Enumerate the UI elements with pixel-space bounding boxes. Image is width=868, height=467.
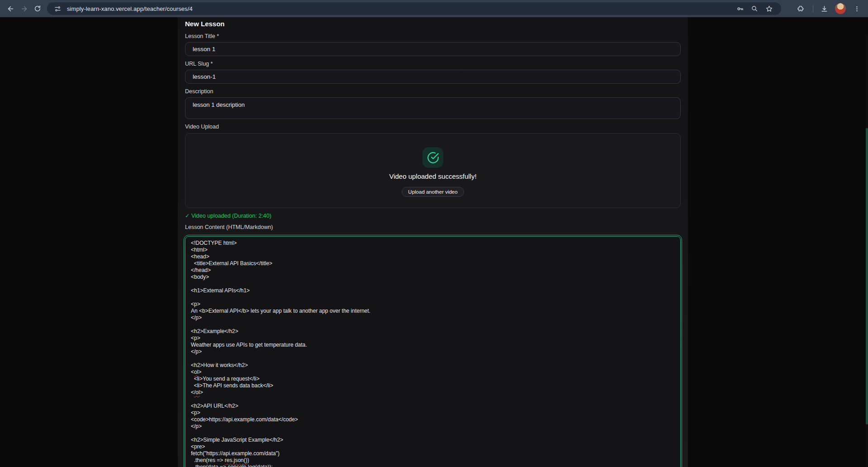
page-scrollbar-track[interactable] <box>866 34 868 467</box>
forward-button[interactable] <box>17 2 31 15</box>
description-textarea[interactable]: lesson 1 description <box>185 97 681 119</box>
code-line <box>191 430 675 437</box>
video-upload-label: Video Upload <box>185 123 681 130</box>
code-line: <li>The API sends data back</li> <box>191 382 675 389</box>
upload-success-message: Video uploaded successfully! <box>389 172 476 181</box>
code-line: <h2>Example</h2> <box>191 328 675 335</box>
code-line: </p> <box>191 315 675 321</box>
password-key-icon[interactable] <box>734 3 746 14</box>
extensions-icon[interactable] <box>794 2 807 15</box>
code-line <box>191 355 675 362</box>
new-lesson-form-panel: New Lesson Lesson Title * URL Slug * Des… <box>178 17 688 467</box>
upload-success-tile <box>422 147 443 168</box>
page-scrollbar-thumb[interactable] <box>866 128 868 424</box>
profile-avatar[interactable] <box>835 3 846 14</box>
code-line: </head> <box>191 267 675 274</box>
lesson-title-input[interactable] <box>185 42 681 56</box>
code-line: .then(data => console.log(data)); <box>191 464 675 467</box>
url-slug-label: URL Slug * <box>185 60 681 67</box>
code-line: <p> <box>191 410 675 416</box>
code-line <box>191 321 675 328</box>
url-text[interactable]: simply-learn-xano.vercel.app/teacher/cou… <box>67 5 193 12</box>
code-line: <h2>Simple JavaScript Example</h2> <box>191 437 675 443</box>
toolbar-right-cluster <box>794 2 863 15</box>
code-line: </p> <box>191 423 675 430</box>
code-line: <body> <box>191 274 675 281</box>
page-background: New Lesson Lesson Title * URL Slug * Des… <box>0 17 868 467</box>
code-line: <ol> <box>191 369 675 376</box>
code-line <box>191 396 675 403</box>
code-line: <code>https://api.example.com/data</code… <box>191 416 675 423</box>
code-line: Weather apps use APIs to get temperature… <box>191 342 675 348</box>
code-line: <h2>API URL</h2> <box>191 403 675 410</box>
code-line: <!DOCTYPE html> <box>191 240 675 247</box>
code-line: <title>External API Basics</title> <box>191 260 675 267</box>
back-button[interactable] <box>4 2 17 15</box>
check-circle-icon <box>427 152 439 164</box>
address-bar[interactable]: simply-learn-xano.vercel.app/teacher/cou… <box>47 2 781 15</box>
site-settings-icon[interactable] <box>52 3 63 14</box>
upload-another-video-button[interactable]: Upload another video <box>402 187 464 197</box>
description-label: Description <box>185 88 681 95</box>
code-line: <li>You send a request</li> <box>191 376 675 382</box>
code-line: <pre> <box>191 443 675 450</box>
lesson-content-editor[interactable]: <!DOCTYPE html><html><head> <title>Exter… <box>185 236 681 467</box>
browser-toolbar: simply-learn-xano.vercel.app/teacher/cou… <box>0 0 868 17</box>
code-line: .then(res => res.json()) <box>191 457 675 464</box>
code-line: <html> <box>191 247 675 253</box>
url-slug-input[interactable] <box>185 70 681 84</box>
code-line: <p> <box>191 335 675 342</box>
lesson-title-label: Lesson Title * <box>185 33 681 40</box>
toolbar-divider <box>813 5 813 12</box>
downloads-icon[interactable] <box>817 2 831 15</box>
code-line <box>191 294 675 301</box>
browser-menu-icon[interactable] <box>850 2 863 15</box>
code-line: </p> <box>191 348 675 355</box>
code-line: <h1>External APIs</h1> <box>191 287 675 294</box>
lesson-content-label: Lesson Content (HTML/Markdown) <box>185 224 681 231</box>
code-line: <h2>How it works</h2> <box>191 362 675 369</box>
video-uploaded-status: ✓ Video uploaded (Duration: 2:40) <box>185 212 681 219</box>
reload-button[interactable] <box>31 2 44 15</box>
code-line: </ol> <box>191 389 675 396</box>
video-upload-box: Video uploaded successfully! Upload anot… <box>185 133 681 208</box>
code-line: An <b>External API</b> lets your app tal… <box>191 308 675 315</box>
code-line: fetch("https://api.example.com/data") <box>191 450 675 457</box>
code-line <box>191 281 675 287</box>
code-line: <p> <box>191 301 675 308</box>
zoom-icon[interactable] <box>749 3 760 14</box>
code-line: <head> <box>191 253 675 260</box>
page-title: New Lesson <box>185 19 681 29</box>
bookmark-star-icon[interactable] <box>763 3 775 14</box>
